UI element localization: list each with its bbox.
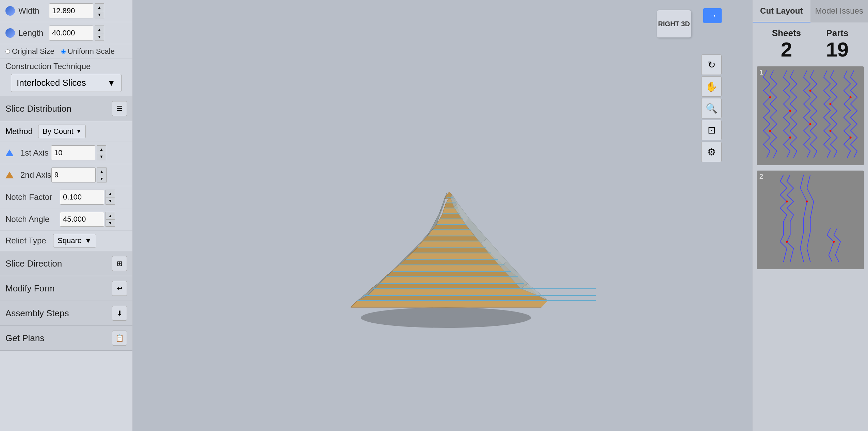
arrow-icon: → — [708, 10, 717, 21]
method-dropdown[interactable]: By Count ▼ — [38, 125, 86, 138]
slice-distribution-settings-button[interactable]: ☰ — [112, 101, 127, 116]
sheets-parts-stats: Sheets 2 Parts 19 — [753, 22, 868, 64]
axis2-spinners: ▲ ▼ — [97, 167, 107, 182]
sheets-label: Sheets — [772, 28, 801, 38]
get-plans-label: Get Plans — [5, 333, 44, 344]
svg-marker-15 — [436, 219, 466, 225]
slice-direction-header: Slice Direction ⊞ — [0, 251, 132, 276]
slice-direction-button[interactable]: ⊞ — [112, 256, 127, 271]
get-plans-button[interactable]: 📋 — [112, 331, 127, 346]
width-icon-group: Width — [5, 6, 49, 16]
notch-angle-decrement[interactable]: ▼ — [106, 219, 115, 227]
svg-point-59 — [850, 96, 852, 98]
svg-point-68 — [786, 241, 788, 243]
length-increment[interactable]: ▲ — [95, 26, 104, 33]
relief-type-label: Relief Type — [5, 236, 53, 245]
svg-marker-14 — [432, 225, 470, 230]
assembly-steps-button[interactable]: ⬇ — [112, 306, 127, 321]
tab-cut-layout[interactable]: Cut Layout — [753, 0, 810, 22]
nav-cube[interactable]: RIGHT 3D — [657, 10, 691, 37]
svg-marker-2 — [357, 296, 548, 301]
svg-point-69 — [833, 241, 835, 243]
notch-factor-spinners: ▲ ▼ — [106, 190, 115, 205]
scale-options-row: Original Size Uniform Scale — [0, 44, 132, 59]
sheet2-thumbnail[interactable]: 2 — [757, 171, 864, 269]
length-input[interactable] — [49, 26, 93, 41]
tab-model-issues-label: Model Issues — [815, 6, 863, 15]
notch-factor-decrement[interactable]: ▼ — [106, 197, 115, 205]
svg-marker-1 — [351, 301, 548, 307]
length-decrement[interactable]: ▼ — [95, 33, 104, 41]
width-decrement[interactable]: ▼ — [95, 11, 104, 18]
right-tabs: Cut Layout Model Issues — [753, 0, 868, 22]
axis1-icon — [5, 149, 14, 156]
viewport-arrow-button[interactable]: → — [703, 8, 722, 23]
tab-model-issues[interactable]: Model Issues — [810, 0, 868, 22]
axis2-label: 2nd Axis — [20, 170, 51, 180]
width-input-group: ▲ ▼ — [49, 3, 104, 18]
notch-angle-input[interactable] — [60, 212, 104, 227]
sheet1-thumbnail[interactable]: 1 — [757, 66, 864, 165]
notch-angle-row: Notch Angle ▲ ▼ — [0, 208, 132, 230]
notch-angle-spinners: ▲ ▼ — [106, 212, 115, 227]
pan-tool-button[interactable]: ✋ — [701, 76, 722, 97]
svg-point-66 — [786, 201, 788, 203]
settings-icon: ☰ — [116, 105, 123, 113]
rotate-tool-button[interactable]: ↻ — [701, 54, 722, 75]
relief-type-row: Relief Type Square ▼ — [0, 230, 132, 251]
svg-point-55 — [769, 96, 771, 98]
svg-marker-11 — [417, 241, 485, 248]
axis1-increment[interactable]: ▲ — [97, 145, 106, 153]
original-size-option[interactable]: Original Size — [5, 47, 54, 56]
tab-cut-layout-label: Cut Layout — [760, 6, 803, 15]
technique-dropdown[interactable]: Interlocked Slices ▼ — [11, 74, 122, 92]
width-increment[interactable]: ▲ — [95, 3, 104, 11]
svg-point-64 — [850, 137, 852, 139]
frame-icon: ⊡ — [708, 125, 716, 136]
notch-angle-input-group: ▲ ▼ — [60, 212, 115, 227]
length-row: Length ▲ ▼ — [0, 22, 132, 44]
sheet2-preview-svg — [757, 171, 864, 269]
notch-angle-increment[interactable]: ▲ — [106, 212, 115, 219]
method-value: By Count — [43, 127, 74, 136]
modify-form-button[interactable]: ↩ — [112, 281, 127, 296]
axis2-input-group: ▲ ▼ — [51, 167, 107, 182]
notch-factor-label: Notch Factor — [5, 192, 60, 202]
length-icon-group: Length — [5, 28, 49, 38]
length-spinners: ▲ ▼ — [95, 26, 104, 41]
axis2-increment[interactable]: ▲ — [97, 167, 107, 175]
axis2-icon — [5, 172, 14, 178]
axis2-row: 2nd Axis ▲ ▼ — [0, 164, 132, 186]
assembly-steps-header: Assembly Steps ⬇ — [0, 301, 132, 326]
svg-point-57 — [809, 90, 811, 92]
svg-marker-13 — [428, 230, 475, 236]
axis2-input[interactable] — [51, 167, 96, 182]
modify-form-icon: ↩ — [117, 284, 123, 292]
width-spinners: ▲ ▼ — [95, 3, 104, 18]
axis1-input[interactable] — [51, 145, 95, 160]
slice-distribution-header: Slice Distribution ☰ — [0, 96, 132, 121]
settings-tool-button[interactable]: ⚙ — [701, 142, 722, 162]
axis2-icon-group: 2nd Axis — [5, 170, 51, 180]
main-viewport: RIGHT 3D → ↻ ✋ 🔍 ⊡ ⚙ — [133, 0, 752, 431]
axis1-spinners: ▲ ▼ — [97, 145, 106, 160]
method-label: Method — [5, 127, 33, 136]
parts-value: 19 — [826, 38, 849, 61]
notch-factor-input[interactable] — [60, 190, 104, 205]
frame-tool-button[interactable]: ⊡ — [701, 120, 722, 140]
uniform-scale-option[interactable]: Uniform Scale — [61, 47, 115, 56]
relief-chevron-icon: ▼ — [84, 236, 92, 245]
width-input[interactable] — [49, 3, 93, 18]
axis1-decrement[interactable]: ▼ — [97, 153, 106, 160]
slice-direction-label: Slice Direction — [5, 258, 62, 269]
sheet1-preview-svg — [757, 66, 864, 165]
parts-label: Parts — [826, 28, 848, 38]
axis1-icon-group: 1st Axis — [5, 148, 51, 158]
notch-factor-increment[interactable]: ▲ — [106, 190, 115, 197]
svg-point-61 — [789, 137, 791, 139]
axis1-row: 1st Axis ▲ ▼ — [0, 142, 132, 164]
relief-type-dropdown[interactable]: Square ▼ — [53, 234, 96, 248]
zoom-tool-button[interactable]: 🔍 — [701, 98, 722, 118]
svg-marker-5 — [378, 277, 524, 284]
axis2-decrement[interactable]: ▼ — [97, 175, 107, 182]
